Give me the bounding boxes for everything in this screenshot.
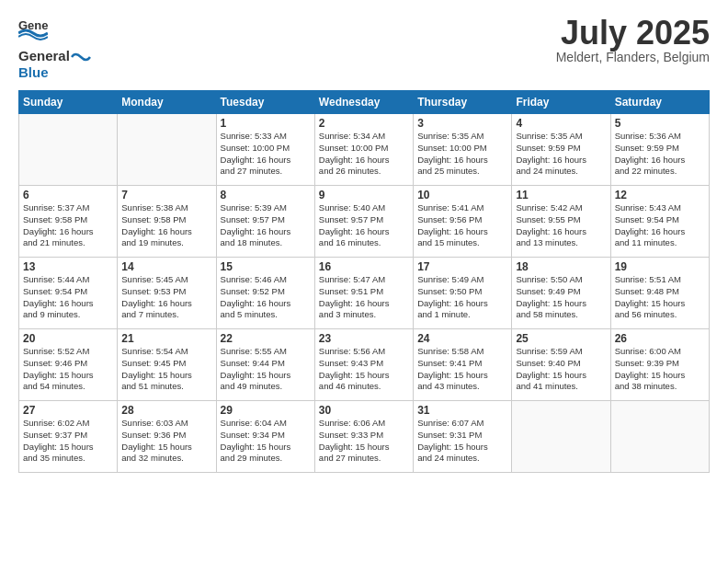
day-info: Sunrise: 5:35 AM Sunset: 10:00 PM Daylig… [417, 131, 507, 178]
calendar-week-row: 27Sunrise: 6:02 AM Sunset: 9:37 PM Dayli… [19, 401, 710, 473]
day-info: Sunrise: 5:44 AM Sunset: 9:54 PM Dayligh… [23, 274, 113, 321]
day-number: 22 [221, 332, 311, 345]
table-row [19, 114, 118, 186]
day-number: 18 [516, 260, 606, 273]
day-number: 8 [221, 189, 311, 201]
table-row: 14Sunrise: 5:45 AM Sunset: 9:53 PM Dayli… [118, 258, 216, 329]
day-info: Sunrise: 6:00 AM Sunset: 9:39 PM Dayligh… [615, 346, 705, 393]
day-info: Sunrise: 5:47 AM Sunset: 9:51 PM Dayligh… [319, 274, 409, 321]
day-number: 4 [516, 117, 606, 130]
title-block: July 2025 Meldert, Flanders, Belgium [556, 17, 710, 64]
table-row: 5Sunrise: 5:36 AM Sunset: 9:59 PM Daylig… [610, 114, 709, 186]
day-number: 1 [221, 117, 311, 130]
day-info: Sunrise: 5:55 AM Sunset: 9:44 PM Dayligh… [221, 346, 311, 393]
day-info: Sunrise: 5:59 AM Sunset: 9:40 PM Dayligh… [516, 346, 606, 393]
day-number: 23 [319, 332, 409, 345]
day-number: 21 [121, 332, 211, 345]
day-number: 25 [516, 332, 606, 345]
logo-icon: General [18, 17, 48, 46]
table-row: 26Sunrise: 6:00 AM Sunset: 9:39 PM Dayli… [610, 329, 709, 401]
day-number: 27 [23, 404, 113, 417]
day-number: 15 [221, 260, 311, 273]
table-row: 13Sunrise: 5:44 AM Sunset: 9:54 PM Dayli… [19, 258, 118, 329]
table-row: 6Sunrise: 5:37 AM Sunset: 9:58 PM Daylig… [19, 186, 118, 258]
day-info: Sunrise: 5:58 AM Sunset: 9:41 PM Dayligh… [417, 346, 507, 393]
day-info: Sunrise: 5:51 AM Sunset: 9:48 PM Dayligh… [615, 274, 705, 321]
table-row: 4Sunrise: 5:35 AM Sunset: 9:59 PM Daylig… [512, 114, 610, 186]
table-row [610, 401, 709, 473]
table-row: 22Sunrise: 5:55 AM Sunset: 9:44 PM Dayli… [216, 329, 314, 401]
table-row: 17Sunrise: 5:49 AM Sunset: 9:50 PM Dayli… [414, 258, 512, 329]
table-row: 7Sunrise: 5:38 AM Sunset: 9:58 PM Daylig… [118, 186, 216, 258]
day-info: Sunrise: 5:54 AM Sunset: 9:45 PM Dayligh… [121, 346, 211, 393]
table-row: 2Sunrise: 5:34 AM Sunset: 10:00 PM Dayli… [314, 114, 413, 186]
day-number: 5 [615, 117, 705, 130]
table-row: 21Sunrise: 5:54 AM Sunset: 9:45 PM Dayli… [118, 329, 216, 401]
location: Meldert, Flanders, Belgium [556, 50, 710, 64]
header: General General Blue July 2025 Meldert, … [18, 17, 710, 81]
day-number: 31 [417, 404, 507, 417]
day-info: Sunrise: 5:36 AM Sunset: 9:59 PM Dayligh… [615, 131, 705, 178]
day-info: Sunrise: 5:39 AM Sunset: 9:57 PM Dayligh… [221, 202, 311, 249]
day-info: Sunrise: 6:02 AM Sunset: 9:37 PM Dayligh… [23, 418, 113, 465]
day-info: Sunrise: 6:04 AM Sunset: 9:34 PM Dayligh… [221, 418, 311, 465]
day-info: Sunrise: 6:07 AM Sunset: 9:31 PM Dayligh… [417, 418, 507, 465]
day-number: 24 [417, 332, 507, 345]
table-row: 27Sunrise: 6:02 AM Sunset: 9:37 PM Dayli… [19, 401, 118, 473]
table-row: 28Sunrise: 6:03 AM Sunset: 9:36 PM Dayli… [118, 401, 216, 473]
day-number: 12 [615, 189, 705, 201]
day-number: 13 [23, 260, 113, 273]
table-row: 29Sunrise: 6:04 AM Sunset: 9:34 PM Dayli… [216, 401, 314, 473]
day-info: Sunrise: 5:42 AM Sunset: 9:55 PM Dayligh… [516, 202, 606, 249]
day-info: Sunrise: 5:35 AM Sunset: 9:59 PM Dayligh… [516, 131, 606, 178]
day-info: Sunrise: 5:52 AM Sunset: 9:46 PM Dayligh… [23, 346, 113, 393]
day-info: Sunrise: 5:37 AM Sunset: 9:58 PM Dayligh… [23, 202, 113, 249]
day-info: Sunrise: 5:41 AM Sunset: 9:56 PM Dayligh… [417, 202, 507, 249]
table-row: 11Sunrise: 5:42 AM Sunset: 9:55 PM Dayli… [512, 186, 610, 258]
day-info: Sunrise: 6:03 AM Sunset: 9:36 PM Dayligh… [121, 418, 211, 465]
table-row: 10Sunrise: 5:41 AM Sunset: 9:56 PM Dayli… [414, 186, 512, 258]
day-number: 2 [319, 117, 409, 130]
day-number: 19 [615, 260, 705, 273]
col-tuesday: Tuesday [216, 91, 314, 114]
table-row: 16Sunrise: 5:47 AM Sunset: 9:51 PM Dayli… [314, 258, 413, 329]
col-saturday: Saturday [610, 91, 709, 114]
day-number: 28 [121, 404, 211, 417]
day-number: 7 [121, 189, 211, 201]
logo-text: General Blue [18, 48, 92, 81]
day-number: 11 [516, 189, 606, 201]
table-row: 9Sunrise: 5:40 AM Sunset: 9:57 PM Daylig… [314, 186, 413, 258]
table-row: 31Sunrise: 6:07 AM Sunset: 9:31 PM Dayli… [414, 401, 512, 473]
day-number: 26 [615, 332, 705, 345]
col-thursday: Thursday [414, 91, 512, 114]
day-info: Sunrise: 5:49 AM Sunset: 9:50 PM Dayligh… [417, 274, 507, 321]
table-row: 18Sunrise: 5:50 AM Sunset: 9:49 PM Dayli… [512, 258, 610, 329]
page: General General Blue July 2025 Meldert, … [0, 0, 728, 563]
day-number: 16 [319, 260, 409, 273]
day-number: 3 [417, 117, 507, 130]
calendar-week-row: 20Sunrise: 5:52 AM Sunset: 9:46 PM Dayli… [19, 329, 710, 401]
table-row: 23Sunrise: 5:56 AM Sunset: 9:43 PM Dayli… [314, 329, 413, 401]
table-row: 3Sunrise: 5:35 AM Sunset: 10:00 PM Dayli… [414, 114, 512, 186]
col-friday: Friday [512, 91, 610, 114]
calendar-header-row: Sunday Monday Tuesday Wednesday Thursday… [19, 91, 710, 114]
day-number: 20 [23, 332, 113, 345]
day-info: Sunrise: 5:56 AM Sunset: 9:43 PM Dayligh… [319, 346, 409, 393]
day-number: 14 [121, 260, 211, 273]
day-info: Sunrise: 5:38 AM Sunset: 9:58 PM Dayligh… [121, 202, 211, 249]
calendar-week-row: 1Sunrise: 5:33 AM Sunset: 10:00 PM Dayli… [19, 114, 710, 186]
day-info: Sunrise: 5:33 AM Sunset: 10:00 PM Daylig… [221, 131, 311, 178]
month-title: July 2025 [556, 17, 710, 50]
calendar-week-row: 6Sunrise: 5:37 AM Sunset: 9:58 PM Daylig… [19, 186, 710, 258]
day-info: Sunrise: 5:43 AM Sunset: 9:54 PM Dayligh… [615, 202, 705, 249]
table-row [512, 401, 610, 473]
table-row: 24Sunrise: 5:58 AM Sunset: 9:41 PM Dayli… [414, 329, 512, 401]
calendar-week-row: 13Sunrise: 5:44 AM Sunset: 9:54 PM Dayli… [19, 258, 710, 329]
day-number: 6 [23, 189, 113, 201]
day-number: 30 [319, 404, 409, 417]
day-number: 29 [221, 404, 311, 417]
table-row: 19Sunrise: 5:51 AM Sunset: 9:48 PM Dayli… [610, 258, 709, 329]
day-info: Sunrise: 6:06 AM Sunset: 9:33 PM Dayligh… [319, 418, 409, 465]
day-info: Sunrise: 5:34 AM Sunset: 10:00 PM Daylig… [319, 131, 409, 178]
table-row: 12Sunrise: 5:43 AM Sunset: 9:54 PM Dayli… [610, 186, 709, 258]
